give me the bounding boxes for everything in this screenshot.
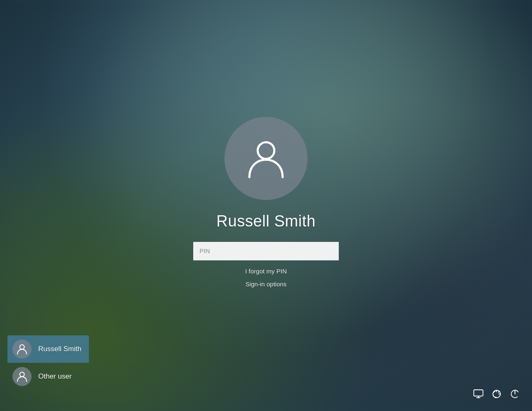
accessibility-icon[interactable] [473, 389, 484, 399]
forgot-pin-link[interactable]: I forgot my PIN [245, 268, 287, 275]
user-avatar-small-other [12, 367, 32, 386]
svg-point-0 [258, 142, 274, 159]
user-list-item-other[interactable]: Other user [7, 363, 89, 390]
user-list: Russell Smith Other user [7, 335, 89, 390]
power-icon[interactable] [510, 389, 520, 399]
username-display: Russell Smith [217, 212, 316, 230]
login-container: Russell Smith I forgot my PIN Sign-in op… [193, 117, 339, 288]
svg-point-1 [20, 345, 25, 349]
signin-options-link[interactable]: Sign-in options [245, 281, 286, 288]
network-icon[interactable] [491, 389, 502, 399]
svg-rect-3 [474, 390, 483, 396]
avatar-icon [243, 135, 289, 181]
user-name-russell: Russell Smith [38, 345, 81, 353]
system-icons [473, 389, 520, 399]
user-avatar-small-russell [12, 340, 32, 359]
user-list-item-russell[interactable]: Russell Smith [7, 335, 89, 363]
pin-input[interactable] [193, 242, 339, 260]
user-name-other: Other user [38, 372, 71, 381]
user-avatar [224, 117, 308, 200]
svg-point-2 [20, 372, 25, 377]
